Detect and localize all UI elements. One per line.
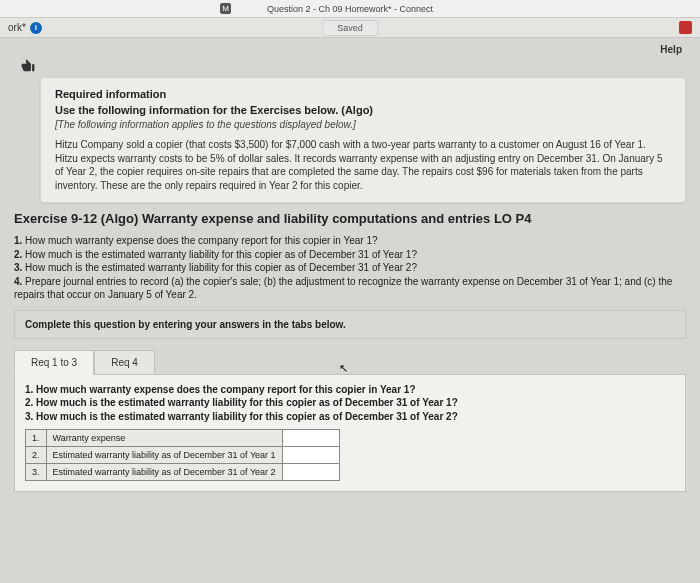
warranty-expense-input[interactable] — [289, 433, 333, 443]
row1-label: Warranty expense — [46, 430, 282, 447]
pq2-text: How much is the estimated warranty liabi… — [33, 397, 457, 408]
app-icon: M — [220, 3, 231, 14]
answer-table: 1. Warranty expense 2. Estimated warrant… — [25, 429, 340, 481]
question-list: 1. How much warranty expense does the co… — [14, 234, 686, 302]
info-icon[interactable]: i — [30, 22, 42, 34]
pq3-text: How much is the estimated warranty liabi… — [33, 411, 457, 422]
q4-text: Prepare journal entries to record (a) th… — [14, 276, 672, 301]
scenario-text: Hitzu Company sold a copier (that costs … — [55, 138, 671, 192]
table-row: 2. Estimated warranty liability as of De… — [26, 447, 340, 464]
exercise-title: Exercise 9-12 (Algo) Warranty expense an… — [14, 211, 686, 226]
q2-text: How much is the estimated warranty liabi… — [22, 249, 417, 260]
q3-text: How much is the estimated warranty liabi… — [22, 262, 417, 273]
required-info-card: Required information Use the following i… — [40, 77, 686, 203]
tabs-row: Req 1 to 3 Req 4 — [14, 349, 686, 374]
complete-instruction: Complete this question by entering your … — [14, 310, 686, 339]
tab-panel-req-1-to-3: 1. How much warranty expense does the co… — [14, 374, 686, 493]
table-row: 3. Estimated warranty liability as of De… — [26, 464, 340, 481]
applies-note: [The following information applies to th… — [55, 119, 671, 130]
pq1-text: How much warranty expense does the compa… — [33, 384, 415, 395]
row2-num: 2. — [26, 447, 47, 464]
help-link[interactable]: Help — [660, 44, 682, 55]
row3-label: Estimated warranty liability as of Decem… — [46, 464, 282, 481]
record-icon[interactable] — [679, 21, 692, 34]
thumbs-down-icon[interactable] — [20, 59, 36, 73]
row2-label: Estimated warranty liability as of Decem… — [46, 447, 282, 464]
tab-req-4[interactable]: Req 4 — [94, 350, 155, 375]
table-row: 1. Warranty expense — [26, 430, 340, 447]
liability-y1-input[interactable] — [289, 450, 333, 460]
saved-status: Saved — [322, 20, 378, 36]
window-titlebar: M Question 2 - Ch 09 Homework* - Connect — [0, 0, 700, 18]
required-info-heading: Required information — [55, 88, 671, 100]
q1-text: How much warranty expense does the compa… — [22, 235, 377, 246]
row1-num: 1. — [26, 430, 47, 447]
window-title: Question 2 - Ch 09 Homework* - Connect — [267, 4, 433, 14]
use-info-line: Use the following information for the Ex… — [55, 104, 671, 116]
liability-y2-input[interactable] — [289, 467, 333, 477]
row3-num: 3. — [26, 464, 47, 481]
tab-req-1-to-3[interactable]: Req 1 to 3 — [14, 350, 94, 375]
breadcrumb-fragment: ork* — [8, 22, 26, 33]
